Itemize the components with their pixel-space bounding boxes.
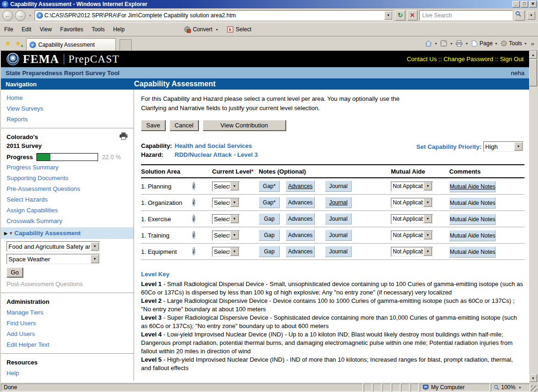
advances-button[interactable]: Advances <box>286 213 315 224</box>
resize-grip[interactable] <box>531 385 537 392</box>
hazard-value-link[interactable]: RDD/Nuclear Attack - Level 3 <box>175 151 258 158</box>
info-icon[interactable]: i <box>192 215 195 223</box>
advances-button[interactable]: Advances <box>286 230 315 241</box>
sign-out-link[interactable]: Sign Out <box>500 56 524 63</box>
sidebar-item-find-users[interactable]: Find Users <box>1 318 134 329</box>
zoom-dropdown-icon[interactable]: ▼ <box>517 386 523 389</box>
history-dropdown-icon[interactable]: ▼ <box>28 14 32 17</box>
convert-button[interactable]: Convert <box>193 26 212 33</box>
current-level-select[interactable]: Select▼ <box>212 247 240 257</box>
minimize-button[interactable]: _ <box>512 1 520 7</box>
search-input[interactable]: Live Search <box>419 10 513 21</box>
level-select-arrow-icon[interactable]: ▼ <box>230 247 239 256</box>
aide-select-arrow-icon[interactable]: ▼ <box>424 247 432 256</box>
sidebar-item-add-users[interactable]: Add Users <box>1 329 134 339</box>
info-icon[interactable]: i <box>192 182 195 190</box>
sidebar-item-progress-summary[interactable]: Progress Summary <box>1 162 134 173</box>
priority-select[interactable]: High ▼ <box>483 141 524 152</box>
sidebar-item-faq[interactable]: FAQ <box>1 378 134 381</box>
gap-button[interactable]: Gap <box>259 230 280 241</box>
sidebar-item-edit-helper-text[interactable]: Edit Helper Text <box>1 339 134 350</box>
contact-us-link[interactable]: Contact Us <box>407 56 437 63</box>
vertical-scrollbar[interactable]: ▲ ▼ <box>529 51 537 382</box>
address-text[interactable]: C:\CAS\SPR\2012 SPR\PRA\For Jim\Complete… <box>43 12 384 19</box>
aide-select-arrow-icon[interactable]: ▼ <box>424 231 432 239</box>
stop-button[interactable]: ✕ <box>407 10 418 21</box>
current-level-select[interactable]: Select▼ <box>212 231 240 240</box>
print-survey-icon[interactable] <box>119 133 128 150</box>
window-titlebar[interactable]: e Capability Assessment - Windows Intern… <box>0 0 538 8</box>
mutual-aide-notes-button[interactable]: Mutual Aide Notes <box>449 246 496 258</box>
gap-button[interactable]: Gap* <box>259 197 280 208</box>
journal-button[interactable]: Journal <box>325 230 352 241</box>
hazard-select[interactable]: Space Weather ▼ <box>7 254 100 264</box>
sidebar-item-supporting-documents[interactable]: Supporting Documents <box>1 173 134 183</box>
restore-button[interactable]: □ <box>521 1 528 7</box>
page-icon[interactable] <box>470 40 479 47</box>
feeds-dropdown-icon[interactable]: ▼ <box>449 42 454 45</box>
scroll-up-button[interactable]: ▲ <box>529 51 537 59</box>
sidebar-item-select-hazards[interactable]: Select Hazards <box>1 194 134 205</box>
sidebar-item-reports[interactable]: Reports <box>1 114 134 125</box>
sidebar-item-home[interactable]: Home <box>1 92 134 103</box>
menu-view[interactable]: View <box>35 25 56 34</box>
mutual-aide-select[interactable]: Not Applicable▼ <box>391 214 433 224</box>
current-level-select[interactable]: Select▼ <box>212 214 240 224</box>
save-button-top[interactable]: Save <box>141 120 165 131</box>
toolbar-overflow-chevron[interactable]: » <box>531 40 534 47</box>
mutual-aide-select[interactable]: Not Applicable▼ <box>391 231 433 240</box>
capability-select[interactable]: Food and Agriculture Safety an ▼ <box>7 241 100 252</box>
cancel-button-top[interactable]: Cancel <box>170 120 198 131</box>
capability-value-link[interactable]: Health and Social Services <box>175 142 252 149</box>
home-icon[interactable] <box>424 40 432 47</box>
mutual-aide-notes-button[interactable]: Mutual Aide Notes <box>449 197 496 209</box>
convert-dropdown-icon[interactable]: ▼ <box>214 28 219 31</box>
tools-dropdown-icon[interactable]: ▼ <box>523 42 528 45</box>
forward-button[interactable]: → <box>15 10 26 21</box>
menu-favorites[interactable]: Favorites <box>56 25 87 34</box>
mutual-aide-select[interactable]: Not Applicable▼ <box>391 182 433 191</box>
level-select-arrow-icon[interactable]: ▼ <box>230 198 239 207</box>
mutual-aide-notes-button[interactable]: Mutual Aide Notes <box>449 230 496 241</box>
view-contribution-button[interactable]: View Contribution <box>203 120 286 131</box>
search-button[interactable] <box>515 10 525 21</box>
aide-select-arrow-icon[interactable]: ▼ <box>424 182 432 190</box>
sidebar-item-view-surveys[interactable]: View Surveys <box>1 103 134 114</box>
gap-button[interactable]: Gap <box>259 213 280 224</box>
journal-button[interactable]: Journal <box>325 246 352 257</box>
gap-button[interactable]: Gap <box>259 246 280 257</box>
gap-button[interactable]: Gap* <box>259 181 280 192</box>
sidebar-item-pre-assessment-questions[interactable]: Pre-Assessment Questions <box>1 183 134 194</box>
go-button[interactable]: Go <box>7 267 23 277</box>
address-dropdown-button[interactable]: ▼ <box>384 11 392 20</box>
menu-file[interactable]: File <box>0 25 17 34</box>
favorites-center-icon[interactable]: ★ <box>3 39 13 48</box>
refresh-button[interactable]: ↻ <box>395 10 405 21</box>
menu-help[interactable]: Help <box>109 25 129 34</box>
journal-button[interactable]: Journal <box>325 197 352 208</box>
print-dropdown-icon[interactable]: ▼ <box>464 42 469 45</box>
info-icon[interactable]: i <box>192 231 195 239</box>
info-icon[interactable]: i <box>192 247 195 255</box>
capability-select-arrow-icon[interactable]: ▼ <box>91 242 99 251</box>
tools-menu-button[interactable]: Tools <box>509 40 522 47</box>
new-tab-stub[interactable] <box>120 39 132 50</box>
journal-button[interactable]: Journal <box>325 213 352 224</box>
page-menu-button[interactable]: Page <box>480 40 493 47</box>
sidebar-item-capability-assessment[interactable]: ▶ ▼ Capability Assessment <box>1 227 134 239</box>
mutual-aide-notes-button[interactable]: Mutual Aide Notes <box>449 181 496 192</box>
print-icon[interactable] <box>455 40 463 47</box>
aide-select-arrow-icon[interactable]: ▼ <box>424 215 432 223</box>
add-favorite-icon[interactable]: ★ <box>13 39 23 48</box>
feeds-icon[interactable] <box>439 40 448 47</box>
change-password-link[interactable]: Change Password <box>444 56 493 63</box>
current-level-select[interactable]: Select▼ <box>212 198 240 208</box>
sidebar-item-assign-capabilities[interactable]: Assign Capabilities <box>1 205 134 216</box>
zoom-control[interactable]: 100% ▼ <box>491 384 530 392</box>
menu-tools[interactable]: Tools <box>87 25 109 34</box>
level-select-arrow-icon[interactable]: ▼ <box>230 231 239 239</box>
advances-button[interactable]: Advances <box>286 197 315 208</box>
mutual-aide-notes-button[interactable]: Mutual Aide Notes <box>449 214 496 225</box>
level-select-arrow-icon[interactable]: ▼ <box>230 215 239 223</box>
advances-button[interactable]: Advances <box>286 246 315 257</box>
